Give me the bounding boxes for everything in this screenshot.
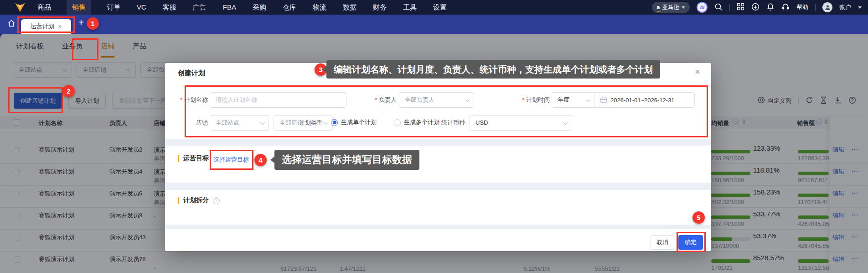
cancel-button[interactable]: 取消 xyxy=(651,235,674,250)
nav-item[interactable]: 财务 xyxy=(372,0,388,15)
annotation-tooltip-3: 编辑计划名称、计划月度、负责人、统计币种，支持生成单个计划或者多个计划 xyxy=(326,60,660,79)
modal-title: 创建计划 xyxy=(178,69,205,78)
search-icon[interactable] xyxy=(714,3,723,12)
nav-menu: 商品销售订单VC客服广告FBA采购仓库物流数据财务工具设置 xyxy=(36,0,448,15)
annotation-box-form xyxy=(185,85,708,137)
divider xyxy=(815,4,816,11)
account-menu[interactable]: 账户 xyxy=(839,3,851,11)
nav-item[interactable]: 工具 xyxy=(402,0,418,15)
nav-item[interactable]: 销售 xyxy=(67,0,91,15)
top-nav: 商品销售订单VC客服广告FBA采购仓库物流数据财务工具设置 a 亚马逊 AI 帮… xyxy=(0,0,868,15)
section-bar-icon xyxy=(178,197,179,204)
download-circle-icon[interactable] xyxy=(751,3,760,12)
nav-item[interactable]: 采购 xyxy=(252,0,267,15)
nav-item[interactable]: VC xyxy=(136,0,147,15)
apps-grid-icon[interactable] xyxy=(737,3,744,12)
marketplace-label: 亚马逊 xyxy=(662,4,680,11)
amazon-icon: a xyxy=(656,5,660,10)
nav-item[interactable]: 客服 xyxy=(162,0,177,15)
support-headset-icon[interactable] xyxy=(781,3,790,12)
annotation-box-goal-link xyxy=(210,150,253,170)
nav-item[interactable]: 仓库 xyxy=(282,0,297,15)
split-section-title: 计划拆分 ? xyxy=(178,196,220,205)
annotation-step-5: 5 xyxy=(692,211,705,224)
annotation-box-tab xyxy=(17,16,75,33)
nav-item[interactable]: 数据 xyxy=(342,0,357,15)
home-icon[interactable] xyxy=(7,19,16,29)
user-avatar[interactable] xyxy=(822,2,832,12)
annotation-step-4: 4 xyxy=(254,154,267,166)
help-circle-icon[interactable]: ? xyxy=(213,197,220,204)
nav-item[interactable]: 商品 xyxy=(36,0,52,15)
nav-item[interactable]: 设置 xyxy=(432,0,448,15)
ai-assistant-button[interactable]: AI xyxy=(697,2,708,13)
nav-item[interactable]: FBA xyxy=(222,0,237,15)
nav-right-cluster: a 亚马逊 AI 帮助 账户 xyxy=(652,0,862,15)
section-divider xyxy=(165,225,711,229)
section-divider xyxy=(165,139,711,146)
help-link[interactable]: 帮助 xyxy=(796,3,808,11)
marketplace-switcher[interactable]: a 亚马逊 xyxy=(652,2,690,13)
section-bar-icon xyxy=(178,155,179,162)
add-tab-button[interactable]: + xyxy=(78,17,84,28)
notifications-bell-icon[interactable] xyxy=(766,3,775,12)
goal-section-title: 运营目标 xyxy=(178,154,209,163)
chevron-down-icon xyxy=(858,6,862,9)
annotation-tooltip-4: 选择运营目标并填写目标数据 xyxy=(274,150,419,170)
nav-item[interactable]: 物流 xyxy=(312,0,327,15)
section-divider xyxy=(165,183,711,190)
annotation-step-2: 2 xyxy=(62,85,75,97)
divider xyxy=(729,4,730,11)
chevron-down-icon xyxy=(682,6,685,9)
annotation-step-1: 1 xyxy=(87,17,99,30)
close-icon[interactable]: × xyxy=(695,67,700,77)
nav-item[interactable]: 订单 xyxy=(106,0,121,15)
app-logo-icon xyxy=(14,2,26,14)
annotation-box-store-tab xyxy=(72,38,98,60)
annotation-box-confirm xyxy=(677,232,706,252)
annotation-box-create-button xyxy=(8,87,63,113)
nav-item[interactable]: 广告 xyxy=(192,0,207,15)
